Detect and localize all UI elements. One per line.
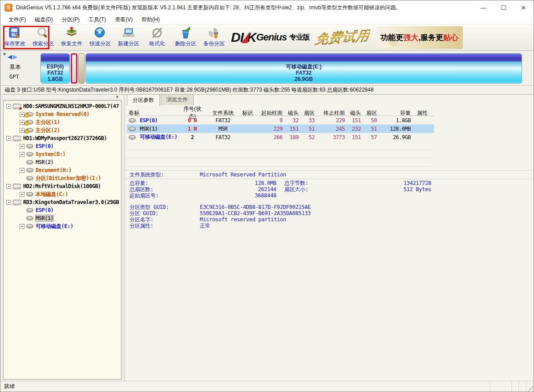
tree-item-hd1-esp[interactable]: + ESP(0) (5, 142, 121, 150)
cell-end-cylinder: 245 (316, 126, 347, 132)
tree-item-primary-1[interactable]: + 主分区(1) (5, 118, 121, 126)
partition-icon (129, 118, 136, 123)
resize-grip[interactable] (528, 386, 533, 391)
disk-overview-panel: × ◀▶ 基本 GPT ESP(0) FAT32 1.8GB 可移动磁盘(E:)… (0, 51, 534, 86)
partition-table-header: 卷标 序号(状态) 文件系统 标识 起始柱面 磁头 扇区 终止柱面 磁头 扇区 … (127, 105, 434, 116)
menu-view[interactable]: 查看(V) (110, 15, 137, 24)
expand-icon[interactable]: + (20, 224, 24, 229)
partition-detail-panel: 分区参数 浏览文件 卷标 序号(状态) 文件系统 标识 起始柱面 磁头 扇区 终… (125, 95, 533, 381)
table-row-removable[interactable]: 可移动磁盘(E:) 2 FAT32 266 189 52 3773 151 57… (127, 133, 434, 141)
expand-icon[interactable]: + (20, 128, 24, 133)
partition-block-esp[interactable]: ESP(0) FAT32 1.8GB (40, 53, 70, 84)
menu-help[interactable]: 帮助(H) (137, 15, 164, 24)
prev-disk-arrow-icon[interactable]: ◀ (8, 53, 13, 60)
quick-partition-icon (93, 26, 107, 40)
new-partition-button[interactable]: 新建分区 (114, 25, 143, 50)
view-mode-label[interactable]: 基本 (9, 63, 21, 71)
menu-partition[interactable]: 分区(P) (57, 15, 84, 24)
col-start-cylinder[interactable]: 起始柱面 (255, 109, 284, 117)
tree-item-removable-e[interactable]: + 可移动磁盘(E:) (5, 222, 121, 230)
lock-icon (24, 122, 28, 125)
search-partition-label: 搜索分区 (32, 40, 54, 48)
partition-icon (129, 135, 136, 140)
tree-item-rd3[interactable]: − RD3:KingstonDataTraveler3.0(29GB (5, 198, 121, 206)
partition-icon (26, 160, 33, 164)
tree-close-icon[interactable]: × (115, 95, 120, 100)
save-changes-button[interactable]: 保存更改 (0, 25, 29, 50)
col-capacity[interactable]: 容量 (379, 109, 413, 117)
maximize-button[interactable]: ☐ (494, 0, 514, 15)
cell-start-head: 189 (284, 134, 300, 140)
expand-icon[interactable]: + (20, 152, 24, 157)
collapse-icon[interactable]: − (6, 184, 11, 189)
collapse-icon[interactable]: − (6, 136, 11, 141)
tree-item-rd3-esp[interactable]: ESP(0) (5, 206, 121, 214)
expand-icon[interactable]: + (20, 168, 24, 173)
partition-name-label: 分区名字: (129, 216, 154, 223)
partition-icon (26, 112, 33, 116)
partition-icon (129, 127, 136, 131)
col-attribute[interactable]: 属性 (413, 109, 432, 117)
col-filesystem[interactable]: 文件系统 (206, 109, 240, 117)
tree-item-document-h[interactable]: + Document(H:) (5, 166, 121, 174)
col-end-sector[interactable]: 扇区 (363, 109, 379, 117)
col-start-head[interactable]: 磁头 (284, 109, 300, 117)
delete-partition-button[interactable]: 删除分区 (171, 25, 200, 50)
expand-icon[interactable]: + (20, 112, 24, 117)
expand-icon[interactable]: + (20, 192, 24, 197)
free-trial-banner[interactable]: 免费试用 (314, 26, 371, 48)
panel-close-icon[interactable]: × (2, 52, 7, 57)
expand-icon[interactable]: + (20, 120, 24, 125)
expand-icon[interactable]: + (20, 144, 24, 149)
partition-block-free[interactable] (78, 53, 85, 84)
recover-files-button[interactable]: 恢复文件 (57, 25, 86, 50)
next-disk-arrow-icon[interactable]: ▶ (13, 53, 18, 60)
tab-browse-files[interactable]: 浏览文件 (161, 94, 194, 105)
partition-icon (26, 128, 33, 132)
close-button[interactable]: ✕ (514, 0, 534, 15)
disk-icon (13, 104, 21, 109)
tree-item-system-reserved[interactable]: + System Reserved(0) (5, 110, 121, 118)
tab-partition-parameters[interactable]: 分区参数 (127, 94, 160, 106)
backup-partition-button[interactable]: 备份分区 (200, 25, 228, 50)
menu-file[interactable]: 文件(F) (4, 15, 30, 24)
block-removable-size: 26.9GB (295, 76, 313, 82)
menu-disk[interactable]: 磁盘(D) (30, 15, 57, 24)
cell-capacity: 1.8GB (379, 117, 413, 124)
tree-item-hd0[interactable]: − HD0:SAMSUNGMZNLN512HMJP-000L7(47 (5, 102, 121, 110)
cell-capacity: 26.9GB (379, 134, 413, 140)
format-button[interactable]: 格式化 (143, 25, 171, 50)
backup-partition-label: 备份分区 (203, 40, 225, 48)
collapse-icon[interactable]: − (6, 200, 11, 205)
table-row-esp[interactable]: ESP(0) 0 N FAT32 0 32 33 229 151 50 1.8G… (127, 116, 434, 124)
partition-icon (26, 208, 33, 212)
tree-item-system-d[interactable]: + System(D:) (5, 150, 121, 158)
tree-item-label: RD3:KingstonDataTraveler3.0(29GB (23, 199, 119, 205)
search-partition-button[interactable]: 搜索分区 (29, 25, 57, 50)
tree-item-bitlocker-i[interactable]: 分区(BitLocker加密)(I:) (5, 174, 121, 182)
menu-tools[interactable]: 工具(T) (84, 15, 110, 24)
quick-partition-button[interactable]: 快速分区 (86, 25, 114, 50)
tree-item-hd2[interactable]: − HD2:MsftVirtualDisk(100GB) (5, 182, 121, 190)
partition-block-removable[interactable]: 可移动磁盘(E:) FAT32 26.9GB (85, 53, 522, 84)
disk-nav: ◀▶ (8, 53, 18, 60)
total-bytes-label: 总字节数: (284, 180, 308, 186)
col-flag[interactable]: 标识 (240, 109, 255, 117)
tree-item-rd3-msr-selected[interactable]: MSR(1) (5, 214, 121, 222)
table-empty-row (127, 158, 434, 167)
status-bar: 就绪 (0, 381, 534, 392)
tree-item-hd1[interactable]: − HD1:WDMyPassport2627(3726GB) (5, 134, 121, 142)
partition-block-header (86, 54, 522, 61)
tree-item-local-c[interactable]: + 本地磁盘(C:) (5, 190, 121, 198)
tree-item-msr-2[interactable]: MSR(2) (5, 158, 121, 166)
collapse-icon[interactable]: − (6, 104, 11, 109)
col-end-cylinder[interactable]: 终止柱面 (316, 109, 347, 117)
partition-block-msr-selected[interactable] (71, 53, 77, 84)
tree-item-primary-2[interactable]: + 主分区(2) (5, 126, 121, 134)
col-start-sector[interactable]: 扇区 (300, 109, 316, 117)
col-end-head[interactable]: 磁头 (347, 109, 363, 117)
col-volume-label[interactable]: 卷标 (127, 109, 178, 117)
partition-icon (26, 176, 33, 180)
minimize-button[interactable]: — (473, 0, 494, 15)
table-row-msr-selected[interactable]: MSR(1) 1 N MSR 229 151 51 245 232 51 128… (127, 124, 434, 133)
